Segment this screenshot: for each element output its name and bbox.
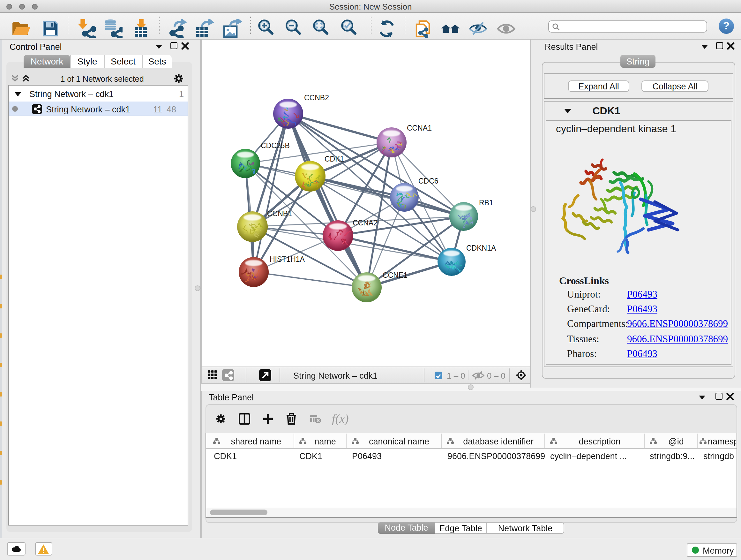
svg-text:CCNB1: CCNB1 [267, 209, 292, 218]
svg-text:CCNA1: CCNA1 [407, 124, 432, 132]
svg-text:RB1: RB1 [479, 199, 493, 207]
svg-text:HIST1H1A: HIST1H1A [270, 255, 305, 263]
svg-text:CDKN1A: CDKN1A [466, 244, 496, 252]
svg-text:CDC25B: CDC25B [261, 141, 290, 150]
svg-text:CCNE1: CCNE1 [383, 271, 408, 279]
svg-text:CDC6: CDC6 [418, 177, 439, 185]
svg-text:CCNB2: CCNB2 [304, 94, 329, 102]
svg-text:CCNA2: CCNA2 [353, 219, 378, 227]
svg-text:CDK1: CDK1 [325, 155, 344, 163]
